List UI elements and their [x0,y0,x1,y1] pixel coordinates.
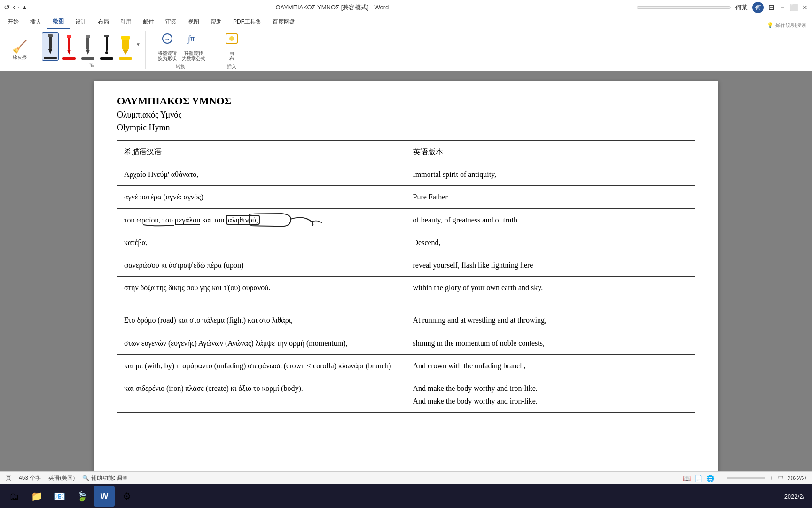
title-bar-left: ↺ ⇦ ▲ [4,3,28,12]
read-mode-icon[interactable]: 📖 [683,475,691,482]
table-row: του ωραίου, του μεγάλου και του αληθινού… [117,208,695,231]
zoom-level: 中 [778,474,784,482]
taskbar-explorer[interactable]: 📁 [26,486,47,507]
user-avatar[interactable]: 何 [752,2,764,13]
convert-to-math-btn[interactable]: ∫π 将墨迹转为数学公式 [181,31,206,63]
document-area: ΟΛΥΜΠΙΑΚΟΣ ΥΜΝΟΣ Ολυμπιακός Υμνός Olympi… [0,71,812,471]
text-right-4: Descend, [413,238,441,246]
doc-subtitle-greek: Ολυμπιακός Υμνός [117,110,695,120]
word-count: 453 个字 [19,474,41,482]
tab-design[interactable]: 设计 [70,15,92,29]
text-right-3: of beauty, of greatness and of truth [413,216,517,224]
tab-baidu[interactable]: 百度网盘 [267,15,301,29]
minimize-btn[interactable]: － [779,4,786,11]
quick-access-undo[interactable]: ↺ [4,3,10,12]
text-left-7: Στο δρόμο (road) και στο πάλεμα (fight) … [124,316,293,324]
cell-left-5: φανερώσου κι άστραψ'εδώ πέρα (upon) [117,254,406,276]
svg-rect-2 [48,34,53,37]
print-layout-icon[interactable]: 📄 [695,475,703,482]
spacer-right [406,299,695,309]
convert-to-shape-btn[interactable]: → 将墨迹转换为形状 [155,31,180,63]
pen-red[interactable] [61,32,78,61]
web-layout-icon[interactable]: 🌐 [706,475,714,482]
accessibility[interactable]: 🔍 辅助功能: 调查 [82,474,128,482]
tab-start[interactable]: 开始 [2,15,24,29]
taskbar-right: 2022/2/ [784,493,808,500]
pen-black[interactable] [42,32,59,61]
text-left-5: φανερώσου κι άστραψ'εδώ πέρα (upon) [124,261,243,269]
search-label[interactable]: 操作说明搜索 [775,22,806,29]
window-title: ΟΛΥΜΠΙΑΚΟΣ ΥΜΝΟΣ [兼容模式] - Word [28,3,637,12]
quick-access-save[interactable]: ▲ [22,4,28,11]
pen-darkgrey[interactable] [79,32,96,61]
text-left-3: του ωραίου, του μεγάλου και του αληθινού… [124,215,260,225]
convert-shape-label: 将墨迹转换为形状 [158,50,177,62]
convert-label: 转换 [176,64,185,70]
insert-canvas-label: 画布 [229,50,234,62]
insert-label: 插入 [227,64,236,70]
maximize-btn[interactable]: ⬜ [790,4,797,11]
table-row: και σιδερένιο (iron) πλάσε (create) κι ά… [117,377,695,412]
search-box[interactable] [637,6,731,9]
tab-draw[interactable]: 绘图 [47,15,70,29]
convert-math-icon: ∫π [186,31,201,49]
taskbar-date: 2022/2/ [784,493,804,500]
svg-rect-6 [86,36,89,50]
tab-mail[interactable]: 邮件 [137,15,160,29]
quick-access-back[interactable]: ⇦ [13,3,19,12]
cell-right-4: Descend, [406,231,695,254]
table-row: στην δόξα της δικής σου γης και τ'(ου) ο… [117,277,695,299]
lightbulb-icon: 💡 [767,22,773,28]
cell-left-7: Στο δρόμο (road) και στο πάλεμα (fight) … [117,309,406,332]
tab-references[interactable]: 引用 [115,15,137,29]
layout-icon[interactable]: ⊟ [768,3,774,12]
svg-rect-8 [86,35,90,38]
col-header-left: 希腊语汉语 [117,141,406,163]
close-btn[interactable]: ✕ [802,4,808,11]
svg-rect-11 [104,35,109,37]
tab-insert[interactable]: 插入 [24,15,47,29]
cell-right-8: shining in the momentum of noble contest… [406,332,695,354]
tab-pdf[interactable]: PDF工具集 [227,15,267,29]
taskbar-settings[interactable]: ⚙ [117,486,137,507]
cell-left-9: και με (with, by) τ' αμάραντο (unfading)… [117,354,406,377]
tab-layout[interactable]: 布局 [92,15,115,29]
tab-view[interactable]: 视图 [182,15,205,29]
taskbar-files[interactable]: 🗂 [4,486,24,507]
taskbar-email[interactable]: 📧 [49,486,70,507]
pen-highlighter[interactable] [117,32,134,61]
taskbar-green[interactable]: 🍃 [71,486,92,507]
tab-review[interactable]: 审阅 [160,15,182,29]
zoom-in-btn[interactable]: ＋ [769,474,774,482]
svg-marker-13 [123,50,128,55]
cell-left-6: στην δόξα της δικής σου γης και τ'(ου) ο… [117,277,406,299]
canvas-icon [224,31,239,49]
eraser-group: 🧹 橡皮擦 [4,31,36,69]
document-page: ΟΛΥΜΠΙΑΚΟΣ ΥΜΝΟΣ Ολυμπιακός Υμνός Olympi… [94,81,718,471]
cell-right-10: And make the body worthy and iron-like. … [406,377,695,412]
pen-tools: ▼ [42,32,141,61]
tab-help[interactable]: 帮助 [205,15,227,29]
cell-left-2: αγνέ πατέρα (αγνέ: αγνός) [117,186,406,208]
pens-label: 笔 [89,62,94,68]
text-right-2-pure-father: Pure Father [413,193,448,201]
pen-ballpoint[interactable] [98,32,115,61]
insert-canvas-btn[interactable]: 画布 [219,31,244,63]
cell-left-10: και σιδερένιο (iron) πλάσε (create) κι ά… [117,377,406,412]
cell-right-1: Immortal spirit of antiquity, [406,163,695,186]
text-right-5: reveal yourself, flash like lightning he… [413,261,533,269]
svg-point-19 [229,36,234,41]
cell-right-7: At running and at wrestling and at throw… [406,309,695,332]
zoom-out-btn[interactable]: － [718,474,724,482]
svg-point-10 [105,51,108,54]
table-row: Αρχαίο Πνεύμ' αθάνατο, Immortal spirit o… [117,163,695,186]
cell-right-3: of beauty, of greatness and of truth [406,208,695,231]
title-bar-right: 何某 何 ⊟ － ⬜ ✕ [637,2,808,13]
pen-dropdown[interactable]: ▼ [136,42,141,48]
eraser-button[interactable]: 🧹 橡皮擦 [8,34,32,66]
svg-rect-3 [68,36,70,50]
text-left-9: και με (with, by) τ' αμάραντο (unfading)… [124,362,391,370]
taskbar-word[interactable]: W [94,486,115,507]
doc-title-main: ΟΛΥΜΠΙΑΚΟΣ ΥΜΝΟΣ [117,95,695,107]
pens-group: ▼ 笔 [38,31,146,69]
